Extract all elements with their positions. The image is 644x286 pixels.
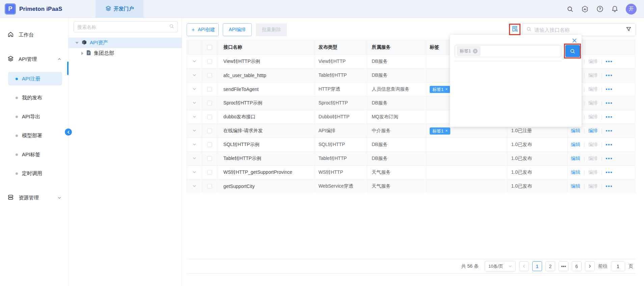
next-page-button[interactable] xyxy=(585,261,595,271)
tab-dev-portal[interactable]: 开发门户 xyxy=(96,0,143,18)
popup-close-icon[interactable] xyxy=(571,38,578,44)
row-action-more[interactable]: ••• xyxy=(606,156,613,161)
row-action-orchestrate[interactable]: 编排 xyxy=(588,114,598,120)
batch-delete-button[interactable]: 批量删除 xyxy=(256,23,287,36)
row-action-more[interactable]: ••• xyxy=(606,87,613,92)
row-action-orchestrate[interactable]: 编排 xyxy=(588,72,598,78)
ai-assistant-icon[interactable]: AI xyxy=(581,5,589,13)
sidebar-item-scheduled-call[interactable]: 定时调用 xyxy=(8,167,62,180)
row-service: DB服务 xyxy=(367,69,426,82)
chevron-down-icon[interactable] xyxy=(192,142,196,147)
row-checkbox[interactable] xyxy=(207,115,212,119)
sidebar-item-api-tags[interactable]: API标签 xyxy=(8,148,62,161)
page-number-button[interactable]: 6 xyxy=(572,261,582,271)
row-checkbox[interactable] xyxy=(207,128,212,133)
row-checkbox[interactable] xyxy=(207,73,212,78)
tree-expand-icon[interactable] xyxy=(75,42,79,44)
row-checkbox[interactable] xyxy=(207,184,212,189)
row-action-more[interactable]: ••• xyxy=(606,73,613,78)
search-icon[interactable] xyxy=(169,24,174,30)
row-action-edit[interactable]: 编辑 xyxy=(571,156,580,162)
row-action-orchestrate[interactable]: 编排 xyxy=(588,58,598,65)
popup-search-button[interactable] xyxy=(565,45,580,57)
goto-page-input[interactable] xyxy=(611,261,625,271)
row-action-orchestrate[interactable]: 编排 xyxy=(588,169,598,175)
row-checkbox[interactable] xyxy=(207,170,212,175)
sidebar-item-my-publish[interactable]: 我的发布 xyxy=(8,91,62,104)
row-expand-cell xyxy=(187,166,202,179)
row-action-more[interactable]: ••• xyxy=(606,59,613,64)
row-action-more[interactable]: ••• xyxy=(606,114,613,120)
tag-filter-icon[interactable] xyxy=(511,25,518,33)
api-orchestrate-button[interactable]: API编排 xyxy=(223,23,252,36)
chevron-down-icon[interactable] xyxy=(192,59,196,64)
row-action-orchestrate[interactable]: 编排 xyxy=(588,86,598,92)
tag-chip[interactable]: 标签1× xyxy=(430,127,450,135)
row-action-orchestrate[interactable]: 编排 xyxy=(588,142,598,148)
chevron-down-icon[interactable] xyxy=(192,184,196,189)
tree-collapse-icon[interactable] xyxy=(81,52,83,55)
row-tag-cell: × xyxy=(426,138,507,151)
api-create-button[interactable]: ＋ API创建 xyxy=(187,23,219,36)
row-action-edit[interactable]: 编辑 xyxy=(571,128,580,134)
row-action-orchestrate[interactable]: 编排 xyxy=(588,100,598,106)
help-icon[interactable]: ? xyxy=(596,5,603,13)
global-search-icon[interactable] xyxy=(566,5,574,13)
row-action-orchestrate[interactable]: 编排 xyxy=(588,156,598,162)
chevron-down-icon[interactable] xyxy=(192,128,196,134)
filter-funnel-icon[interactable] xyxy=(626,26,632,33)
sidebar-item-model-deploy[interactable]: 模型部署 xyxy=(8,129,62,142)
sidebar-item-api-export[interactable]: API导出 xyxy=(8,110,62,123)
row-expand-cell xyxy=(187,138,202,151)
row-checkbox[interactable] xyxy=(207,101,212,105)
page-size-select[interactable]: 10条/页 xyxy=(485,261,516,271)
row-action-more[interactable]: ••• xyxy=(606,100,613,106)
row-version-status: 1.0已发布 xyxy=(507,152,568,165)
row-action-edit[interactable]: 编辑 xyxy=(571,169,580,175)
row-action-more[interactable]: ••• xyxy=(606,184,613,189)
chevron-down-icon[interactable] xyxy=(192,114,196,120)
action-divider: | xyxy=(584,73,585,78)
chevron-down-icon[interactable] xyxy=(192,100,196,106)
chevron-down-icon[interactable] xyxy=(192,156,196,161)
tag-filter-input[interactable]: 标签1 × xyxy=(455,45,561,57)
tag-chip[interactable]: 标签1× xyxy=(430,86,450,93)
page-number-button[interactable]: 1 xyxy=(532,261,542,271)
row-interface-name: dubbo发布接口 xyxy=(217,110,315,124)
sidebar-item-resource-management[interactable]: 资源管理 xyxy=(7,192,68,203)
page-number-button[interactable]: ••• xyxy=(559,261,568,271)
sidebar-collapse-button[interactable] xyxy=(65,128,72,136)
tree-search-input[interactable] xyxy=(77,24,169,30)
row-action-orchestrate[interactable]: 编排 xyxy=(588,183,598,189)
row-action-more[interactable]: ••• xyxy=(606,142,613,147)
row-checkbox[interactable] xyxy=(207,142,212,147)
chip-remove-icon[interactable]: × xyxy=(473,49,478,53)
action-divider: | xyxy=(584,114,585,120)
tag-remove-icon[interactable]: × xyxy=(445,87,448,91)
row-checkbox[interactable] xyxy=(207,87,212,92)
row-checkbox-cell xyxy=(202,82,217,96)
notification-bell-icon[interactable] xyxy=(611,5,618,13)
tree-node-group-hq[interactable]: 集团总部 xyxy=(69,48,182,58)
header-type: 发布类型 xyxy=(315,40,367,54)
sidebar-item-workbench[interactable]: 工作台 xyxy=(7,29,68,40)
tag-remove-icon[interactable]: × xyxy=(445,129,448,133)
interface-name-search-input[interactable] xyxy=(534,27,623,33)
row-action-edit[interactable]: 编辑 xyxy=(571,142,580,148)
row-action-more[interactable]: ••• xyxy=(606,128,613,134)
sidebar-item-api-register[interactable]: API注册 xyxy=(8,72,62,86)
row-checkbox[interactable] xyxy=(207,156,212,161)
row-checkbox[interactable] xyxy=(207,59,212,64)
row-action-edit[interactable]: 编辑 xyxy=(571,183,580,189)
chevron-down-icon[interactable] xyxy=(192,73,196,78)
chevron-down-icon[interactable] xyxy=(192,170,196,175)
page-number-button[interactable]: 2 xyxy=(545,261,555,271)
sidebar-item-api-management[interactable]: API管理 xyxy=(7,54,68,65)
row-action-orchestrate[interactable]: 编排 xyxy=(588,128,598,134)
select-all-checkbox[interactable] xyxy=(207,45,212,50)
tree-node-api-assets[interactable]: API资产 xyxy=(69,38,182,48)
prev-page-button[interactable] xyxy=(519,261,529,271)
chevron-down-icon[interactable] xyxy=(192,87,196,92)
user-avatar[interactable]: 开 xyxy=(626,4,637,15)
row-action-more[interactable]: ••• xyxy=(606,170,613,175)
